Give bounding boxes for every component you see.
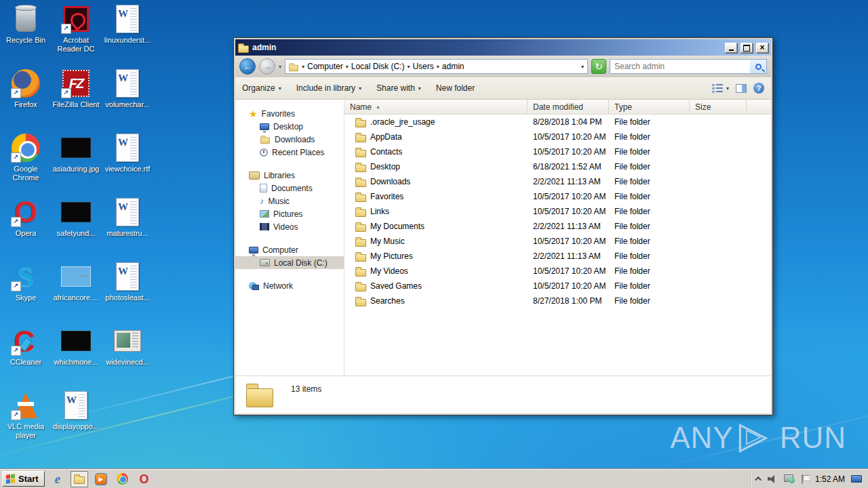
desktop-icon-ccleaner[interactable]: CCleaner — [0, 326, 52, 388]
sidebar-item-desktop[interactable]: Desktop — [235, 120, 344, 133]
file-row-oracle-jre-usage[interactable]: .oracle_jre_usage8/28/2018 1:04 PMFile f… — [344, 115, 771, 129]
desktop-icon-acrobat[interactable]: Acrobat Reader DC — [50, 4, 102, 66]
change-view-button[interactable]: ▾ — [712, 84, 729, 93]
sidebar-item-music[interactable]: ♪Music — [235, 195, 344, 207]
taskbar-internet-explorer-button[interactable]: e — [49, 471, 66, 487]
new-folder-button[interactable]: New folder — [436, 83, 475, 93]
sidebar-group-libraries[interactable]: Libraries — [235, 169, 344, 182]
organize-button[interactable]: Organize▾ — [242, 83, 281, 93]
close-button[interactable] — [756, 43, 768, 53]
minimize-button[interactable] — [725, 43, 737, 53]
column-header-size[interactable]: Size — [690, 100, 747, 114]
back-button[interactable]: ← — [239, 58, 256, 75]
taskbar-clock[interactable]: 1:52 AM — [815, 474, 845, 484]
maximize-button[interactable] — [741, 43, 753, 53]
recent-pages-dropdown-icon[interactable]: ▾ — [279, 64, 281, 70]
file-type: File folder — [609, 177, 690, 186]
network-tray-icon[interactable] — [784, 474, 795, 483]
desktop-icon-maturestru[interactable]: maturestru... — [102, 197, 153, 260]
taskbar-explorer-button[interactable] — [71, 471, 88, 487]
show-hidden-icons-chevron[interactable] — [755, 476, 762, 483]
desktop-icon-opera[interactable]: OOpera — [0, 197, 52, 260]
desktop-icon-displayoppo[interactable]: displayoppo... — [50, 390, 102, 453]
search-box[interactable] — [610, 59, 767, 74]
desktop-icon-safetyund[interactable]: safetyund... — [50, 197, 102, 260]
file-row-my-documents[interactable]: My Documents2/2/2021 11:13 AMFile folder — [344, 219, 771, 234]
computer-icon — [249, 247, 258, 253]
file-row-downloads[interactable]: Downloads2/2/2021 11:13 AMFile folder — [344, 174, 771, 189]
breadcrumb-computer[interactable]: Computer — [307, 62, 343, 71]
refresh-button[interactable]: ↻ — [591, 59, 606, 74]
search-input[interactable] — [610, 62, 750, 71]
desktop-icon-widevinecd[interactable]: widevinecd... — [102, 326, 153, 388]
desktop-icon-linuxunderst[interactable]: linuxunderst... — [102, 4, 153, 66]
media-player-icon: ▶ — [95, 473, 107, 485]
sidebar-group-network[interactable]: Network — [235, 280, 344, 292]
column-label: Name — [350, 102, 372, 112]
desktop-icon-asiaduring[interactable]: asiaduring.jpg — [50, 133, 102, 195]
file-name: AppData — [370, 132, 402, 142]
vlc-icon — [11, 390, 41, 420]
file-row-searches[interactable]: Searches8/27/2018 1:00 PMFile folder — [344, 293, 771, 308]
chevron-down-icon: ▾ — [418, 85, 421, 92]
file-row-contacts[interactable]: Contacts10/5/2017 10:20 AMFile folder — [344, 144, 771, 159]
file-row-my-music[interactable]: My Music10/5/2017 10:20 AMFile folder — [344, 234, 771, 249]
desktop-icon-volumechar[interactable]: volumechar... — [102, 68, 153, 131]
desktop-icon-viewchoice[interactable]: viewchoice.rtf — [102, 133, 153, 195]
taskbar-media-player-button[interactable]: ▶ — [92, 471, 110, 487]
column-header-date-modified[interactable]: Date modified — [528, 100, 609, 114]
column-header-name[interactable]: Name▲ — [344, 100, 528, 114]
chevron-down-icon[interactable]: ▾ — [301, 64, 305, 70]
sidebar-item-downloads[interactable]: Downloads — [235, 133, 344, 146]
breadcrumb-admin[interactable]: admin — [442, 62, 465, 71]
preview-pane-button[interactable] — [736, 84, 747, 93]
file-name: My Videos — [370, 266, 408, 276]
include-in-library-button[interactable]: Include in library▾ — [296, 83, 361, 93]
file-row-my-videos[interactable]: My Videos10/5/2017 10:20 AMFile folder — [344, 264, 771, 279]
desktop-icon-chrome[interactable]: Google Chrome — [0, 133, 52, 195]
system-tray: 1:52 AM — [750, 470, 866, 488]
file-row-saved-games[interactable]: Saved Games10/5/2017 10:20 AMFile folder — [344, 279, 771, 293]
action-center-flag-icon[interactable] — [801, 474, 809, 484]
start-button[interactable]: Start — [2, 471, 45, 487]
filezilla-icon: FZ — [61, 68, 91, 98]
videos-icon — [260, 223, 269, 230]
address-dropdown-icon[interactable]: ▾ — [580, 64, 585, 70]
desktop-icon-vlc[interactable]: VLC media player — [0, 390, 52, 453]
sidebar-item-recent-places[interactable]: Recent Places — [235, 146, 344, 159]
file-row-favorites[interactable]: Favorites10/5/2017 10:20 AMFile folder — [344, 189, 771, 204]
desktop-icon-whichmone[interactable]: whichmone... — [50, 326, 102, 388]
breadcrumb[interactable]: ▾ Computer ▾ Local Disk (C:) ▾ Users ▾ a… — [285, 59, 588, 74]
desktop-icon-africancore[interactable]: africancore.... — [50, 262, 102, 324]
file-row-links[interactable]: Links10/5/2017 10:20 AMFile folder — [344, 204, 771, 219]
desktop-icon-filezilla[interactable]: FZFileZilla Client — [50, 68, 102, 131]
sidebar-item-pictures[interactable]: Pictures — [235, 207, 344, 220]
breadcrumb-users[interactable]: Users — [412, 62, 433, 71]
chevron-down-icon[interactable]: ▾ — [406, 64, 410, 70]
title-bar[interactable]: admin — [235, 39, 771, 56]
sidebar-item-documents[interactable]: Documents — [235, 182, 344, 195]
sidebar-group-computer[interactable]: Computer — [235, 244, 344, 256]
desktop-icon-skype[interactable]: SSkype — [0, 262, 52, 324]
desktop-icon-firefox[interactable]: Firefox — [0, 68, 52, 131]
sidebar-item-local-disk-c[interactable]: Local Disk (C:) — [235, 256, 344, 269]
taskbar-chrome-button[interactable] — [114, 471, 132, 487]
volume-icon[interactable] — [768, 474, 778, 483]
search-button[interactable] — [750, 60, 766, 73]
breadcrumb-local-disk[interactable]: Local Disk (C:) — [351, 62, 405, 71]
help-button[interactable]: ? — [753, 83, 764, 94]
chevron-down-icon[interactable]: ▾ — [436, 64, 440, 70]
desktop-icon-recycle-bin[interactable]: Recycle Bin — [0, 4, 52, 66]
forward-button[interactable]: → — [259, 58, 275, 75]
taskbar-opera-button[interactable]: O — [136, 471, 153, 487]
file-row-my-pictures[interactable]: My Pictures2/2/2021 11:13 AMFile folder — [344, 249, 771, 264]
file-row-appdata[interactable]: AppData10/5/2017 10:20 AMFile folder — [344, 129, 771, 144]
sidebar-item-videos[interactable]: Videos — [235, 220, 344, 233]
share-with-button[interactable]: Share with▾ — [376, 83, 421, 93]
sidebar-group-favorites[interactable]: ★Favorites — [235, 108, 344, 120]
desktop-icon-photosleast[interactable]: photosleast... — [102, 262, 153, 324]
display-tray-icon[interactable] — [851, 475, 862, 483]
file-row-desktop[interactable]: Desktop6/18/2021 1:52 AMFile folder — [344, 159, 771, 174]
column-header-type[interactable]: Type — [609, 100, 690, 114]
chevron-down-icon[interactable]: ▾ — [345, 64, 349, 70]
